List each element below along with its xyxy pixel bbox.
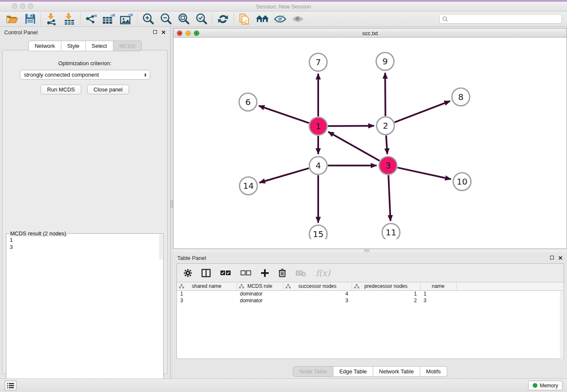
memory-button[interactable]: Memory [528,381,563,390]
graph-edge-3-10[interactable] [397,168,451,179]
table-cell[interactable]: 2 [352,297,420,304]
table-cell[interactable]: 3 [420,297,456,304]
svg-text:3: 3 [385,160,391,171]
table-panel: Table Panel ✕ [173,252,567,378]
zoom-selected-button[interactable] [193,12,210,26]
tab-motifs[interactable]: Motifs [420,366,447,377]
network-file-button[interactable] [236,12,253,26]
tab-network[interactable]: Network [28,41,61,51]
network-canvas[interactable]: 1234678910111415 [173,38,567,239]
control-panel-float-button[interactable] [153,30,157,35]
criterion-value: strongly connected component [24,72,99,78]
graph-node-11[interactable]: 11 [382,224,400,239]
graph-edge-3-11[interactable] [388,175,391,221]
select-all-columns-button[interactable] [220,270,231,276]
control-panel-close-button[interactable]: ✕ [161,30,166,35]
graph-edge-2-9[interactable] [385,73,385,116]
tab-network-table[interactable]: Network Table [373,366,420,377]
column-header-name[interactable]: name [420,282,456,290]
save-session-button[interactable] [21,12,39,26]
mcds-result-scrollbar[interactable] [159,234,163,259]
hide-eye-button[interactable] [271,12,289,26]
table-panel-close-button[interactable]: ✕ [558,255,563,261]
table-cell[interactable]: 1 [420,290,456,297]
table-row[interactable]: 3dominator323 [177,297,564,304]
tab-edge-table[interactable]: Edge Table [333,366,373,377]
svg-text:7: 7 [316,57,321,67]
function-builder-button[interactable]: f(x) [316,268,330,278]
table-row[interactable]: 1dominator411 [177,290,564,297]
search-box[interactable] [439,14,562,24]
graph-node-4[interactable]: 4 [309,157,327,174]
toolbar-separator [41,13,41,25]
table-cell[interactable]: 1 [352,290,420,297]
import-table-button[interactable] [61,12,78,26]
refresh-button[interactable] [214,12,232,26]
graph-node-6[interactable]: 6 [239,93,257,111]
table-tabs: Node Table Edge Table Network Table Moti… [173,366,567,377]
tab-select[interactable]: Select [86,41,113,51]
run-mcds-button[interactable]: Run MCDS [41,85,81,94]
graph-edge-1-2[interactable] [328,126,374,126]
graph-edge-4-14[interactable] [259,168,309,182]
node-table: shared nameMCDS rolesuccessor nodesprede… [177,282,564,304]
column-header-MCDS-role[interactable]: MCDS role [237,282,283,290]
home-overview-button[interactable] [253,12,271,26]
open-session-button[interactable] [3,12,21,26]
add-column-button[interactable] [261,269,269,277]
task-history-button[interactable] [5,381,17,390]
network-hscroll-handle[interactable] [364,249,369,252]
delete-table-button[interactable] [295,269,306,277]
graph-node-7[interactable]: 7 [309,53,327,71]
delete-column-button[interactable] [278,268,286,277]
show-eye-button[interactable] [289,12,307,26]
zoom-fit-button[interactable] [175,12,193,26]
hierarchy-icon [239,284,244,289]
graph-edge-2-8[interactable] [394,101,450,122]
column-header-successor-nodes[interactable]: successor nodes [283,282,352,290]
table-cell[interactable]: 1 [177,290,237,297]
tab-style[interactable]: Style [61,41,86,51]
graph-node-8[interactable]: 8 [452,88,470,106]
graph-node-15[interactable]: 15 [309,225,327,239]
table-cell[interactable]: dominator [237,290,283,297]
column-header-shared-name[interactable]: shared name [177,282,237,290]
import-network-button[interactable] [43,12,61,26]
search-input[interactable] [448,16,561,22]
tab-mcds[interactable]: MCDS [113,41,142,51]
network-hscroll-strip[interactable] [173,249,567,252]
network-graph[interactable]: 1234678910111415 [173,38,567,239]
control-panel-title: Control Panel [4,29,38,36]
graph-edge-3-1[interactable] [328,132,380,160]
settings-gear-button[interactable] [184,269,192,277]
zoom-out-button[interactable] [157,12,175,26]
column-header-predecessor-nodes[interactable]: predecessor nodes [352,282,420,290]
graph-node-10[interactable]: 10 [453,173,471,190]
graph-node-14[interactable]: 14 [239,177,257,195]
export-image-button[interactable] [118,12,135,26]
graph-node-3[interactable]: 3 [379,157,397,174]
graph-edge-1-6[interactable] [259,106,309,123]
criterion-select[interactable]: strongly connected component ▲▼ [20,70,150,80]
table-cell[interactable]: 3 [177,297,237,304]
table-cell[interactable]: 4 [283,290,352,297]
graph-node-1[interactable]: 1 [309,117,327,135]
table-scrollbar[interactable] [560,291,563,359]
graph-edge-2-3[interactable] [386,135,387,154]
table-panel-float-button[interactable] [550,255,554,260]
table-cell[interactable]: dominator [237,297,283,304]
network-window-titlebar[interactable]: ✕ − + scc.txt [173,28,567,38]
toggle-columns-button[interactable] [201,269,211,277]
close-panel-button[interactable]: Close panel [87,85,129,94]
tab-node-table[interactable]: Node Table [293,366,333,377]
graph-node-9[interactable]: 9 [376,52,394,70]
network-view-window: ✕ − + scc.txt 1234678910111415 [173,28,567,249]
zoom-in-button[interactable] [139,12,157,26]
export-table-button[interactable] [100,12,118,26]
vertical-splitter[interactable] [170,27,173,378]
table-cell[interactable]: 3 [283,297,352,304]
export-network-button[interactable] [82,12,100,26]
graph-node-2[interactable]: 2 [377,117,394,135]
deselect-all-columns-button[interactable] [240,270,251,276]
svg-text:15: 15 [313,229,323,239]
